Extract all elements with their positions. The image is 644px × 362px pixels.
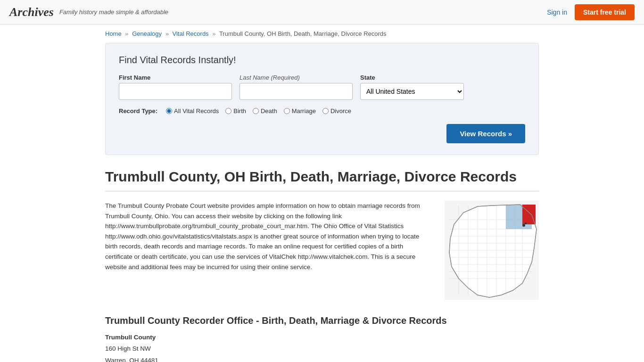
search-title: Find Vital Records Instantly! <box>119 55 525 66</box>
search-actions: View Records » <box>119 124 525 143</box>
header-right: Sign in Start free trial <box>547 4 635 20</box>
radio-divorce-label: Divorce <box>330 107 351 115</box>
site-header: Archives Family history made simple & af… <box>0 0 644 25</box>
breadcrumb-home[interactable]: Home <box>105 30 122 37</box>
radio-birth[interactable]: Birth <box>225 107 246 115</box>
radio-group: All Vital Records Birth Death Marriage D… <box>166 107 351 115</box>
state-select[interactable]: All United States Ohio <box>360 83 464 100</box>
radio-death-input[interactable] <box>253 108 259 114</box>
svg-point-22 <box>525 222 527 224</box>
content-divider <box>105 191 539 191</box>
breadcrumb-sep-1: » <box>125 30 128 37</box>
search-fields: First Name Last Name (Required) State Al… <box>119 74 525 100</box>
view-records-button[interactable]: View Records » <box>446 124 525 143</box>
address-line-2: Warren, OH 44481 <box>105 355 539 362</box>
breadcrumb-sep-2: » <box>165 30 169 37</box>
address-line-1: 160 High St NW <box>105 343 539 354</box>
radio-all-label: All Vital Records <box>174 107 219 115</box>
map-container <box>445 201 539 301</box>
radio-marriage-label: Marriage <box>292 107 316 115</box>
state-field-group: State All United States Ohio <box>360 74 464 100</box>
sign-in-link[interactable]: Sign in <box>547 8 567 16</box>
radio-birth-input[interactable] <box>225 108 231 114</box>
first-name-label: First Name <box>119 74 232 81</box>
main-content: Home » Genealogy » Vital Records » Trumb… <box>96 25 548 362</box>
last-name-field-group: Last Name (Required) <box>239 74 353 100</box>
description-text: The Trumbull County Probate Court websit… <box>105 201 430 301</box>
first-name-input[interactable] <box>119 83 232 100</box>
last-name-input[interactable] <box>239 83 353 100</box>
page-title: Trumbull County, OH Birth, Death, Marria… <box>105 168 539 185</box>
content-section: The Trumbull County Probate Court websit… <box>105 201 539 301</box>
start-trial-button[interactable]: Start free trial <box>575 4 635 20</box>
site-logo: Archives <box>9 5 54 19</box>
breadcrumb-sep-3: » <box>212 30 215 37</box>
office-info: Trumbull County 160 High St NW Warren, O… <box>105 332 539 362</box>
radio-divorce-input[interactable] <box>322 108 329 114</box>
site-tagline: Family history made simple & affordable <box>59 8 168 16</box>
state-label: State <box>360 74 464 81</box>
breadcrumb-vital-records[interactable]: Vital Records <box>173 30 209 37</box>
radio-death[interactable]: Death <box>253 107 277 115</box>
first-name-field-group: First Name <box>119 74 232 100</box>
radio-marriage[interactable]: Marriage <box>284 107 316 115</box>
breadcrumb: Home » Genealogy » Vital Records » Trumb… <box>105 25 539 43</box>
radio-divorce[interactable]: Divorce <box>322 107 351 115</box>
record-type-row: Record Type: All Vital Records Birth Dea… <box>119 107 525 115</box>
radio-all-input[interactable] <box>166 108 172 114</box>
county-name: Trumbull County <box>105 332 539 343</box>
recorder-title: Trumbull County Recorder Office - Birth,… <box>105 315 539 326</box>
radio-all-vital[interactable]: All Vital Records <box>166 107 219 115</box>
radio-death-label: Death <box>261 107 277 115</box>
radio-marriage-input[interactable] <box>284 108 290 114</box>
breadcrumb-current: Trumbull County, OH Birth, Death, Marria… <box>219 30 387 37</box>
search-box: Find Vital Records Instantly! First Name… <box>105 43 539 155</box>
record-type-label: Record Type: <box>119 107 157 115</box>
header-left: Archives Family history made simple & af… <box>9 5 168 19</box>
last-name-label: Last Name (Required) <box>239 74 353 81</box>
breadcrumb-genealogy[interactable]: Genealogy <box>132 30 162 37</box>
ohio-map <box>445 201 539 300</box>
recorder-section: Trumbull County Recorder Office - Birth,… <box>105 315 539 362</box>
svg-point-21 <box>522 224 525 227</box>
radio-birth-label: Birth <box>233 107 246 115</box>
